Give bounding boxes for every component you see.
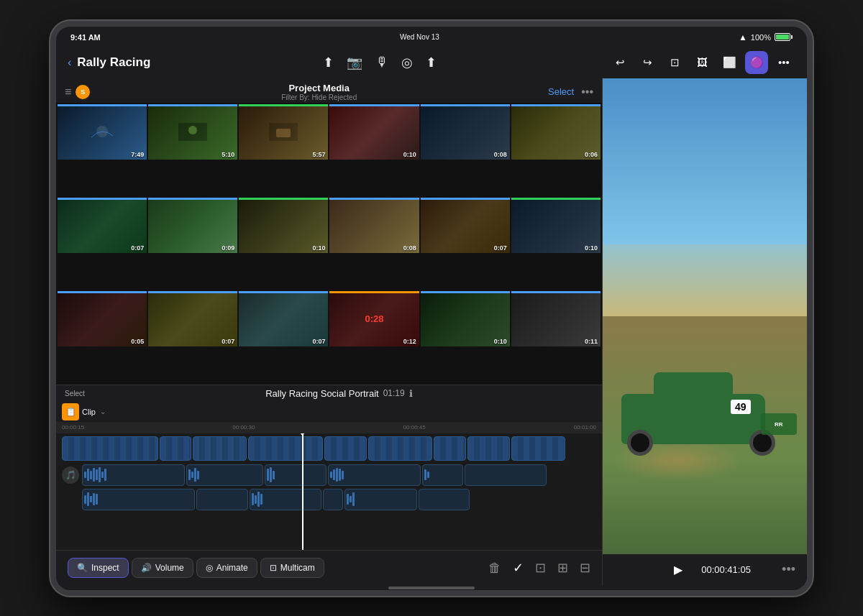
thumb-duration-6: 0:06 — [585, 151, 598, 158]
toolbar-right: ↩ ↪ ⊡ 🖼 ⬜ 🟣 ••• — [608, 51, 795, 74]
thumb-duration-14: 0:07 — [222, 338, 234, 345]
thumbnail-3[interactable]: 5:57 — [239, 104, 328, 160]
info-icon[interactable]: ℹ — [409, 388, 413, 399]
thumbnail-11[interactable]: 0:07 — [421, 198, 510, 254]
bottom-tools: 🔍 Inspect 🔊 Volume ◎ Animate ⊡ Multicam — [68, 558, 324, 578]
thumbnail-16[interactable]: 0:28 0:12 — [329, 291, 419, 347]
clip-segment-7[interactable] — [434, 436, 466, 461]
play-icon: ▶ — [674, 563, 682, 576]
clip-segment-4[interactable] — [248, 436, 323, 461]
remove-icon[interactable]: ⊟ — [580, 560, 590, 576]
ruler-mark-2: 00:00:30 — [232, 424, 255, 431]
thumb-duration-7: 0:07 — [131, 244, 144, 252]
thumbnail-1[interactable]: 7:49 — [58, 104, 147, 160]
clip-segment-3[interactable] — [193, 436, 246, 461]
main-content: ≡ S Project Media Filter By: Hide Reject… — [56, 78, 807, 586]
clip-options-icon[interactable]: ⌄ — [100, 408, 106, 415]
media-title: Project Media — [281, 83, 357, 93]
active-tool-button[interactable]: 🟣 — [745, 51, 768, 74]
audio-seg-3[interactable] — [265, 464, 327, 486]
timeline-tracks[interactable]: 🎵 — [56, 433, 602, 550]
media-panel: ≡ S Project Media Filter By: Hide Reject… — [56, 78, 603, 586]
confirm-icon[interactable]: ✓ — [513, 560, 524, 576]
status-date: Wed Nov 13 — [400, 33, 439, 41]
sidebar-toggle-icon[interactable]: ≡ — [65, 86, 71, 98]
bottom-toolbar: 🔍 Inspect 🔊 Volume ◎ Animate ⊡ Multicam — [56, 550, 602, 586]
redo-button[interactable]: ↪ — [636, 51, 659, 74]
audio-seg-6[interactable] — [465, 464, 547, 486]
clip-icon-symbol: 📋 — [65, 407, 76, 417]
multicam-button[interactable]: ⊡ Multicam — [260, 558, 324, 578]
bottom-actions: 🗑 ✓ ⊡ ⊞ ⊟ — [488, 560, 590, 576]
photos-button[interactable]: 🖼 — [690, 51, 713, 74]
thumbnail-5[interactable]: 0:08 — [421, 104, 510, 160]
thumbnail-13[interactable]: 0:05 — [58, 291, 147, 347]
thumbnail-6[interactable]: 0:06 — [511, 104, 601, 160]
audio-seg-5[interactable] — [422, 464, 463, 486]
thumbnail-8[interactable]: 0:09 — [148, 198, 237, 254]
audio-seg-4[interactable] — [328, 464, 421, 486]
display-button[interactable]: ⊡ — [663, 51, 686, 74]
thumbnail-10[interactable]: 0:08 — [329, 198, 419, 254]
preview-more-button[interactable]: ••• — [782, 562, 795, 577]
undo-button[interactable]: ↩ — [608, 51, 631, 74]
back-chevron-icon: ‹ — [68, 56, 71, 69]
thumbnail-2[interactable]: 5:10 — [148, 104, 237, 160]
battery-icon — [775, 33, 793, 41]
share-icon[interactable]: ⬆ — [426, 55, 437, 70]
more-tools-button[interactable]: ••• — [772, 51, 795, 74]
mic-icon[interactable]: 🎙 — [375, 55, 388, 70]
clip-segment-1[interactable] — [62, 436, 158, 461]
inspect-button[interactable]: 🔍 Inspect — [68, 558, 129, 578]
clip-segment-5[interactable] — [324, 436, 367, 461]
thumbnail-4[interactable]: 0:10 — [329, 104, 419, 160]
play-button[interactable]: ▶ — [667, 558, 690, 581]
audio-seg-2[interactable] — [186, 464, 263, 486]
delete-icon[interactable]: 🗑 — [488, 561, 501, 576]
thumbnail-12[interactable]: 0:10 — [511, 198, 601, 254]
timeline-section: Select Rally Racing Social Portrait 01:1… — [56, 385, 602, 550]
thumbnail-9[interactable]: 0:10 — [239, 198, 328, 254]
clip-segment-8[interactable] — [467, 436, 510, 461]
voiceover-icon[interactable]: ◎ — [401, 55, 413, 70]
preview-background: 49 RR — [603, 78, 807, 554]
camera-icon[interactable]: 📷 — [347, 55, 362, 70]
media-header-right: Select ••• — [548, 86, 593, 98]
audio-seg-2-3[interactable] — [250, 489, 321, 510]
preview-controls: ▶ 00:00:41:05 ••• — [603, 554, 807, 586]
audio-seg-2-1[interactable] — [82, 489, 195, 510]
volume-button[interactable]: 🔊 Volume — [132, 558, 193, 578]
timecode-display: 00:00:41:05 — [701, 564, 751, 575]
split-icon[interactable]: ⊡ — [535, 560, 546, 576]
select-button[interactable]: Select — [548, 86, 574, 97]
animate-button[interactable]: ◎ Animate — [196, 558, 257, 578]
audio-seg-2-2[interactable] — [196, 489, 248, 510]
thumbnail-17[interactable]: 0:10 — [421, 291, 510, 347]
clip-segment-6[interactable] — [368, 436, 432, 461]
audio-seg-2-4[interactable] — [323, 489, 344, 510]
audio-seg-1[interactable] — [82, 464, 185, 486]
media-header-center: Project Media Filter By: Hide Rejected — [281, 83, 357, 101]
audio-track-icon: 🎵 — [62, 466, 79, 484]
clip-segment-2[interactable] — [160, 436, 192, 461]
thumbnail-14[interactable]: 0:07 — [148, 291, 237, 347]
more-options-icon[interactable]: ••• — [581, 86, 593, 98]
audio-icon: 🎵 — [65, 470, 76, 480]
home-indicator — [56, 586, 807, 590]
thumb-duration-13: 0:05 — [131, 338, 144, 345]
add-icon[interactable]: ⊞ — [557, 560, 568, 576]
clip-segment-9[interactable] — [511, 436, 565, 461]
project-title: Rally Racing — [77, 55, 150, 70]
thumbnail-15[interactable]: 0:07 — [239, 291, 328, 347]
thumb-duration-15: 0:07 — [312, 338, 325, 345]
audio-seg-2-5[interactable] — [344, 489, 416, 510]
thumb-duration-18: 0:11 — [585, 338, 598, 345]
audio-seg-2-6[interactable] — [419, 489, 470, 510]
back-button[interactable]: ‹ — [68, 56, 71, 69]
thumbnail-7[interactable]: 0:07 — [58, 198, 147, 254]
browser-button[interactable]: ⬜ — [718, 51, 741, 74]
audio-track-2 — [62, 488, 596, 511]
thumb-duration-12: 0:10 — [585, 244, 598, 252]
export-icon[interactable]: ⬆ — [323, 55, 334, 70]
thumbnail-18[interactable]: 0:11 — [511, 291, 601, 347]
